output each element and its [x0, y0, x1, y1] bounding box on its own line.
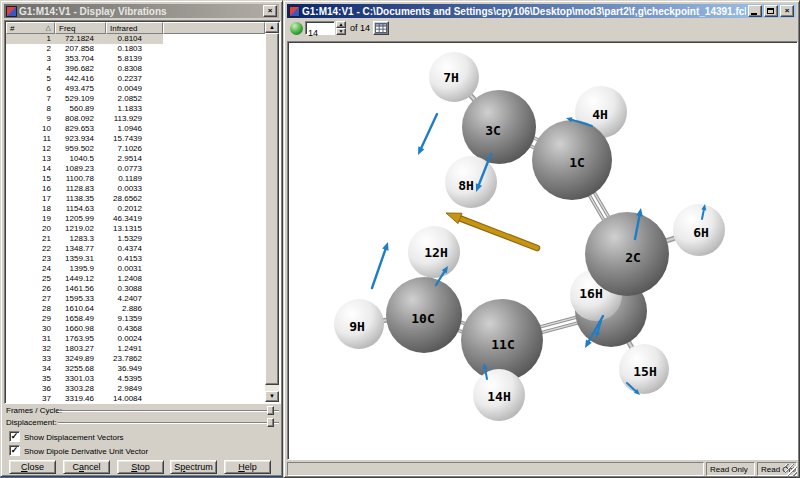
frames-cycle-label: Frames / Cycle:: [6, 406, 62, 415]
displacement-label: Displacement:: [6, 418, 57, 427]
table-row[interactable]: 161128.830.0033: [6, 184, 265, 194]
table-row[interactable]: 12959.5027.1026: [6, 144, 265, 154]
molecule-window: G1:M14:V1 - C:\Documents and Settings\cp…: [283, 0, 800, 478]
column-header-blank: [163, 22, 265, 34]
vibration-table: # △ Freq Infrared 172.18240.81042207.858…: [4, 20, 281, 404]
table-row[interactable]: 11923.93415.7439: [6, 134, 265, 144]
table-row[interactable]: 7529.1092.0852: [6, 94, 265, 104]
table-row[interactable]: 261461.560.3088: [6, 284, 265, 294]
table-row[interactable]: 353301.034.5395: [6, 374, 265, 384]
animation-start-icon[interactable]: [290, 22, 303, 35]
statusbar-readonly-1: Read Only: [706, 462, 755, 476]
close-icon[interactable]: ×: [263, 5, 277, 17]
window-title: G1:M14:V1 - C:\Documents and Settings\cp…: [302, 6, 746, 17]
table-row[interactable]: 343255.6836.949: [6, 364, 265, 374]
scrollbar-thumb[interactable]: [265, 33, 279, 385]
svg-text:6H: 6H: [693, 225, 709, 240]
svg-text:14H: 14H: [487, 389, 510, 404]
table-row[interactable]: 9808.092113.929: [6, 114, 265, 124]
spin-up-icon[interactable]: ▲: [336, 21, 346, 28]
display-vibrations-window: G1:M14:V1 - Display Vibrations × # △ Fre…: [0, 0, 283, 477]
svg-text:16H: 16H: [579, 286, 602, 301]
cancel-button[interactable]: Cancel: [63, 460, 110, 474]
table-row[interactable]: 291658.499.1359: [6, 314, 265, 324]
spectrum-button[interactable]: Spectrum: [170, 460, 217, 474]
table-row[interactable]: 221348.770.4374: [6, 244, 265, 254]
table-row[interactable]: 373319.4614.0084: [6, 394, 265, 402]
table-row[interactable]: 231359.310.4153: [6, 254, 265, 264]
table-row[interactable]: 311763.950.0024: [6, 334, 265, 344]
svg-text:11C: 11C: [491, 337, 514, 352]
window-title: G1:M14:V1 - Display Vibrations: [19, 6, 261, 17]
svg-text:1C: 1C: [569, 155, 585, 170]
show-dipole-checkbox[interactable]: ✓: [9, 445, 20, 456]
svg-text:12H: 12H: [424, 245, 447, 260]
svg-text:3C: 3C: [485, 123, 501, 138]
svg-text:10C: 10C: [411, 311, 434, 326]
svg-text:2C: 2C: [625, 250, 641, 265]
column-header-freq[interactable]: Freq: [55, 22, 106, 34]
statusbar-left: [287, 462, 704, 476]
maximize-icon[interactable]: [764, 5, 778, 17]
table-row[interactable]: 363303.282.9849: [6, 384, 265, 394]
stop-button[interactable]: Stop: [117, 460, 164, 474]
app-icon: [6, 6, 17, 17]
table-row[interactable]: 281610.642.886: [6, 304, 265, 314]
svg-text:8H: 8H: [458, 178, 474, 193]
table-row[interactable]: 141089.230.0773: [6, 164, 265, 174]
svg-text:7H: 7H: [443, 70, 459, 85]
table-row[interactable]: 8560.891.1833: [6, 104, 265, 114]
displacement-slider[interactable]: [58, 422, 279, 424]
table-row[interactable]: 6493.4750.0049: [6, 84, 265, 94]
scroll-down-icon[interactable]: ▼: [265, 391, 279, 402]
table-row[interactable]: 131040.52.9514: [6, 154, 265, 164]
table-row[interactable]: 333249.8923.7862: [6, 354, 265, 364]
scroll-up-icon[interactable]: ▲: [265, 22, 279, 33]
app-icon: [289, 6, 300, 17]
table-row[interactable]: 211283.31.5329: [6, 234, 265, 244]
table-row[interactable]: 5442.4160.2237: [6, 74, 265, 84]
table-scrollbar[interactable]: ▲ ▼: [265, 22, 279, 402]
table-row[interactable]: 191205.9946.3419: [6, 214, 265, 224]
close-button[interactable]: Close: [9, 460, 56, 474]
table-row[interactable]: 301660.980.4368: [6, 324, 265, 334]
vibration-rows: 172.18240.81042207.8580.18033353.7045.81…: [6, 34, 265, 402]
resize-grip[interactable]: [785, 464, 797, 476]
svg-text:4H: 4H: [592, 107, 608, 122]
molecule-viewport[interactable]: 7H4H16H15H6H2C3C8H1C12H9H10C11C14H: [287, 41, 798, 460]
help-button[interactable]: Help: [224, 460, 271, 474]
table-header: # △ Freq Infrared: [6, 22, 265, 34]
spreadsheet-button[interactable]: [373, 21, 389, 35]
table-row[interactable]: 172.18240.8104: [6, 34, 265, 44]
vibrations-titlebar[interactable]: G1:M14:V1 - Display Vibrations ×: [4, 4, 279, 18]
table-row[interactable]: 3353.7045.8139: [6, 54, 265, 64]
column-header-infrared[interactable]: Infrared: [106, 22, 163, 34]
table-row[interactable]: 181154.630.2012: [6, 204, 265, 214]
table-row[interactable]: 251449.121.2408: [6, 274, 265, 284]
table-row[interactable]: 2207.8580.1803: [6, 44, 265, 54]
mode-number-input[interactable]: [306, 28, 332, 39]
table-row[interactable]: 241395.90.0031: [6, 264, 265, 274]
table-row[interactable]: 151100.780.1189: [6, 174, 265, 184]
minimize-icon[interactable]: [748, 5, 762, 17]
table-row[interactable]: 201219.0213.1315: [6, 224, 265, 234]
table-row[interactable]: 10829.6531.0946: [6, 124, 265, 134]
table-row[interactable]: 271595.334.2407: [6, 294, 265, 304]
mode-spinner: ▲ ▼: [336, 21, 346, 35]
molecule-window-titlebar[interactable]: G1:M14:V1 - C:\Documents and Settings\cp…: [287, 4, 796, 18]
sort-ascending-icon: △: [46, 24, 51, 32]
close-icon[interactable]: ×: [780, 5, 794, 17]
vibration-toolbar: ▲ ▼ of 14: [287, 18, 796, 40]
mode-spinbox: [305, 21, 335, 35]
spin-down-icon[interactable]: ▼: [336, 28, 346, 35]
displacement-handle[interactable]: [267, 418, 274, 427]
table-row[interactable]: 321803.271.2491: [6, 344, 265, 354]
show-displacement-checkbox[interactable]: ✓: [9, 431, 20, 442]
frames-cycle-slider[interactable]: [58, 410, 279, 412]
frames-cycle-handle[interactable]: [267, 406, 274, 415]
table-row[interactable]: 171138.3528.6562: [6, 194, 265, 204]
show-displacement-label: Show Displacement Vectors: [24, 433, 124, 442]
mode-count-label: of 14: [350, 23, 370, 33]
table-row[interactable]: 4396.6820.8308: [6, 64, 265, 74]
column-header-number[interactable]: # △: [6, 22, 55, 34]
